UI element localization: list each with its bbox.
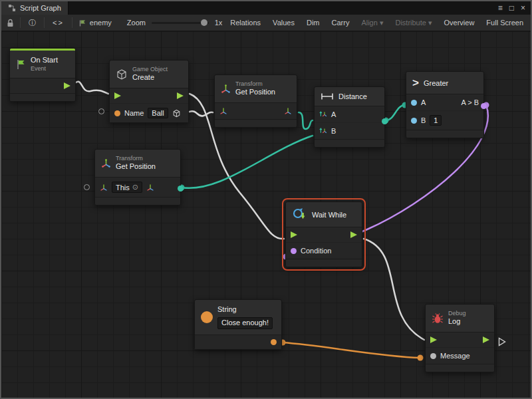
zoom-slider-handle[interactable] [201,19,207,26]
graph-asset-chip[interactable]: enemy [78,19,112,27]
game-object-out-port[interactable] [172,109,181,118]
node-on-start-event[interactable]: On Start Event [9,48,76,102]
graph-canvas[interactable]: On Start Event G [1,31,531,398]
wire-distance-to-greater[interactable] [386,105,405,120]
wire-string-to-message[interactable] [283,342,420,358]
node-string-literal[interactable]: String Close enough! [194,299,282,350]
vector-a-in-port[interactable] [319,110,327,118]
node-footer [215,119,297,127]
overview-button[interactable]: Overview [442,17,477,28]
node-title: Create [132,73,168,82]
graph-name: enemy [90,19,112,27]
node-footer [95,197,180,205]
port-label: B [421,116,426,124]
condition-in-port[interactable] [291,248,297,254]
flow-out-port[interactable] [177,92,184,99]
unconnected-port-indicator[interactable] [84,184,90,190]
script-graph-window: Script Graph ≡ □ × ⓘ <> enemy Zoom 1x [0,0,532,399]
transform-in-port[interactable] [219,107,227,115]
wire-waitwhile-to-log[interactable] [364,239,424,340]
chevron-down-icon: ▾ [380,19,384,27]
info-icon[interactable]: ⓘ [27,17,38,29]
name-input-port[interactable] [114,110,120,116]
zoom-value: 1x [215,19,223,27]
zoom-slider[interactable] [152,22,209,24]
position-out-port[interactable] [146,184,154,192]
node-footer [406,130,483,138]
window-menu-icon[interactable]: ≡ [498,4,503,12]
node-get-position-enemy[interactable]: Transform Get Position [214,74,297,128]
string-out-port[interactable] [271,339,277,345]
port-label: Condition [301,247,331,255]
vector-b-in-port[interactable] [319,127,327,135]
transform-in-port[interactable] [100,184,108,192]
name-value-field[interactable]: Ball [148,108,168,118]
flow-in-port[interactable] [291,231,297,238]
node-category: Debug [448,310,466,317]
relations-button[interactable]: Relations [228,17,263,28]
wait-while-clock-icon [292,207,307,221]
close-icon[interactable]: × [521,4,525,12]
node-title: Distance [338,92,367,100]
carry-button[interactable]: Carry [330,17,352,28]
node-title: Log [448,317,466,327]
flow-in-port[interactable] [430,336,437,343]
flow-in-port[interactable] [114,92,121,99]
node-greater[interactable]: > Greater A A > B B 1 [406,71,484,138]
node-title: Get Position [235,88,275,97]
string-value-field[interactable]: Close enough! [217,317,273,329]
node-category: Transform [235,80,275,88]
port-label: A [421,98,426,106]
bug-icon [432,313,444,324]
transform-icon [101,158,111,168]
dim-button[interactable]: Dim [305,17,322,28]
output-label: A > B [461,98,479,106]
node-title: Wait While [312,211,346,219]
wire-onstart-to-create[interactable] [76,82,108,94]
target-field[interactable]: This⊙ [112,182,142,193]
a-in-port[interactable] [411,100,417,106]
port-label: B [331,127,336,135]
flow-out-port[interactable] [350,231,357,238]
toolbar-separator [44,17,45,28]
wire-create-to-getposition[interactable] [190,111,213,116]
result-out-port[interactable] [481,103,487,109]
node-footer [426,364,494,372]
b-value-field[interactable]: 1 [430,115,442,126]
wire-getposition-to-distance-b[interactable] [182,136,313,188]
fullscreen-button[interactable]: Full Screen [484,17,525,28]
node-wait-while[interactable]: Wait While Condition [285,201,362,267]
node-category: Game Object [132,66,168,73]
node-get-position-self[interactable]: Transform Get Position This⊙ [94,149,181,205]
message-in-port[interactable] [430,353,436,359]
title-bar: Script Graph ≡ □ × [1,1,531,15]
position-out-port[interactable] [284,107,292,115]
node-create-game-object[interactable]: Game Object Create Name Ball [109,60,189,123]
chevron-down-icon: ▾ [428,19,432,27]
graph-window-icon [8,4,16,12]
position-out-dot[interactable] [178,186,184,192]
maximize-icon[interactable]: □ [509,4,514,12]
unconnected-port-indicator[interactable] [98,108,104,114]
values-button[interactable]: Values [271,17,297,28]
lock-icon[interactable] [7,19,14,27]
toolbar-separator [72,17,72,28]
distance-out-port[interactable] [382,118,388,124]
distribute-dropdown[interactable]: Distribute ▾ [393,17,434,29]
cube-icon [116,68,128,80]
node-debug-log[interactable]: Debug Log Message [425,304,495,372]
toolbar-separator [20,17,21,28]
b-in-port[interactable] [411,118,417,124]
flow-out-port[interactable] [64,82,70,89]
node-distance[interactable]: Distance A [314,86,385,148]
code-view-icon[interactable]: <> [51,17,66,28]
wire-getposition-to-distance-a[interactable] [299,112,313,129]
flag-icon [16,59,26,70]
align-dropdown[interactable]: Align ▾ [359,17,385,29]
flow-out-port[interactable] [483,336,489,343]
greater-icon: > [412,77,419,88]
tab-script-graph[interactable]: Script Graph [1,1,68,15]
graph-asset-icon [78,19,87,27]
port-label: Name [124,109,144,117]
node-category: Transform [116,155,156,162]
